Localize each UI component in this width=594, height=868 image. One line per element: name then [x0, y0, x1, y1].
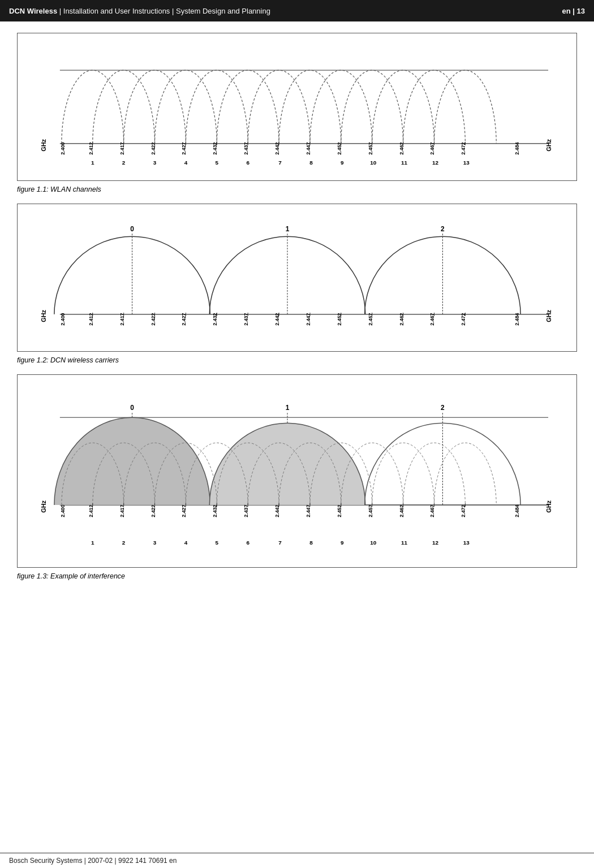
svg-text:2.447: 2.447: [305, 504, 311, 517]
svg-text:2.422: 2.422: [150, 142, 156, 154]
svg-text:2.417: 2.417: [119, 142, 125, 154]
figure-3-chart: GHz GHz 0 1 2 .ch: [29, 386, 565, 562]
svg-text:2.452: 2.452: [337, 504, 342, 517]
brand-name: DCN Wireless: [9, 7, 57, 15]
svg-text:2.457: 2.457: [368, 142, 373, 154]
svg-text:10: 10: [370, 159, 377, 166]
svg-text:1: 1: [91, 159, 94, 166]
svg-text:2.484: 2.484: [514, 142, 520, 154]
svg-text:7: 7: [278, 539, 282, 546]
figure-3-caption: figure 1.3: Example of interference: [17, 572, 577, 580]
ghz-label-left: GHz: [40, 139, 47, 151]
svg-text:2.472: 2.472: [460, 142, 466, 154]
svg-text:0: 0: [130, 404, 134, 412]
figure-2-box: GHz GHz 0 1 2 2.400 2.412 2.417 2.422 2.…: [17, 204, 577, 352]
ghz-label-right: GHz: [545, 139, 552, 151]
figure-2-caption: figure 1.2: DCN wireless carriers: [17, 356, 577, 364]
svg-text:10: 10: [370, 539, 377, 546]
svg-text:2.467: 2.467: [429, 142, 435, 154]
svg-text:2.412: 2.412: [88, 142, 94, 154]
page-footer: Bosch Security Systems | 2007-02 | 9922 …: [0, 853, 594, 868]
svg-text:8: 8: [309, 159, 313, 166]
svg-text:9: 9: [341, 159, 344, 166]
svg-text:2.447: 2.447: [305, 142, 311, 154]
svg-text:2.457: 2.457: [368, 313, 373, 325]
svg-text:2.442: 2.442: [274, 313, 280, 325]
svg-text:2.400: 2.400: [60, 504, 66, 517]
svg-text:7: 7: [278, 159, 282, 166]
figure-1-box: GHz GHz 2.400 2.412 2.417 2.422 2.427 2.…: [17, 33, 577, 181]
svg-text:11: 11: [401, 159, 408, 166]
svg-text:12: 12: [432, 539, 439, 546]
svg-text:2: 2: [441, 404, 445, 412]
svg-text:6: 6: [246, 539, 249, 546]
svg-text:GHz: GHz: [545, 500, 552, 512]
figure-1-caption: figure 1.1: WLAN channels: [17, 185, 577, 193]
svg-text:1: 1: [286, 225, 290, 233]
svg-text:4: 4: [184, 539, 188, 546]
svg-text:2.484: 2.484: [514, 313, 520, 325]
svg-text:13: 13: [463, 159, 470, 166]
header-sep2: |: [172, 7, 176, 15]
svg-text:2.442: 2.442: [274, 142, 280, 154]
svg-text:2: 2: [122, 159, 126, 166]
svg-text:0: 0: [130, 225, 134, 233]
svg-text:2.400: 2.400: [60, 142, 66, 154]
svg-text:6: 6: [246, 159, 249, 166]
svg-text:5: 5: [216, 539, 219, 546]
svg-text:2.452: 2.452: [337, 142, 342, 154]
figure-1-chart: GHz GHz 2.400 2.412 2.417 2.422 2.427 2.…: [29, 45, 565, 175]
header-section: System Design and Planning: [176, 7, 270, 15]
svg-text:2: 2: [441, 225, 445, 233]
svg-text:3: 3: [153, 539, 157, 546]
svg-text:GHz: GHz: [40, 309, 47, 322]
svg-text:3: 3: [153, 159, 157, 166]
svg-text:2.422: 2.422: [150, 504, 156, 517]
svg-text:2.417: 2.417: [119, 313, 125, 325]
svg-text:11: 11: [401, 539, 408, 546]
svg-text:2.432: 2.432: [212, 313, 218, 325]
svg-text:5: 5: [216, 159, 219, 166]
svg-text:2: 2: [122, 539, 126, 546]
header-title: DCN Wireless | Installation and User Ins…: [9, 7, 270, 15]
svg-text:2.472: 2.472: [460, 504, 466, 517]
svg-text:2.472: 2.472: [460, 313, 466, 325]
svg-text:2.484: 2.484: [514, 504, 520, 517]
svg-text:2.442: 2.442: [274, 504, 280, 517]
svg-text:2.462: 2.462: [399, 142, 404, 154]
svg-text:2.437: 2.437: [243, 504, 249, 517]
svg-text:2.432: 2.432: [212, 142, 218, 154]
svg-text:2.457: 2.457: [368, 504, 373, 517]
svg-text:2.467: 2.467: [429, 504, 435, 517]
svg-text:2.437: 2.437: [243, 313, 249, 325]
svg-text:GHz: GHz: [545, 309, 552, 322]
svg-text:GHz: GHz: [40, 500, 47, 512]
svg-text:2.462: 2.462: [399, 504, 404, 517]
header-sep1: |: [59, 7, 63, 15]
svg-text:12: 12: [432, 159, 439, 166]
svg-text:2.417: 2.417: [119, 504, 125, 517]
svg-text:4: 4: [184, 159, 188, 166]
svg-text:2.452: 2.452: [337, 313, 342, 325]
svg-text:2.427: 2.427: [181, 504, 187, 517]
svg-text:2.427: 2.427: [181, 313, 187, 325]
svg-text:2.422: 2.422: [150, 313, 156, 325]
svg-text:2.412: 2.412: [88, 313, 94, 325]
footer-text: Bosch Security Systems | 2007-02 | 9922 …: [9, 857, 177, 865]
svg-text:2.437: 2.437: [243, 142, 249, 154]
svg-text:2.447: 2.447: [305, 313, 311, 325]
svg-text:2.400: 2.400: [60, 313, 66, 325]
page-header: DCN Wireless | Installation and User Ins…: [0, 0, 594, 21]
svg-text:1: 1: [91, 539, 94, 546]
page-number: en | 13: [562, 7, 586, 15]
svg-text:2.467: 2.467: [429, 313, 435, 325]
svg-text:9: 9: [341, 539, 344, 546]
svg-text:2.462: 2.462: [399, 313, 404, 325]
svg-text:8: 8: [309, 539, 313, 546]
figure-2-chart: GHz GHz 0 1 2 2.400 2.412 2.417 2.422 2.…: [29, 215, 565, 346]
header-doc-title: Installation and User Instructions: [63, 7, 170, 15]
svg-text:2.432: 2.432: [212, 504, 218, 517]
svg-text:2.412: 2.412: [88, 504, 94, 517]
figure-3-box: GHz GHz 0 1 2 .ch: [17, 374, 577, 568]
svg-text:2.427: 2.427: [181, 142, 187, 154]
